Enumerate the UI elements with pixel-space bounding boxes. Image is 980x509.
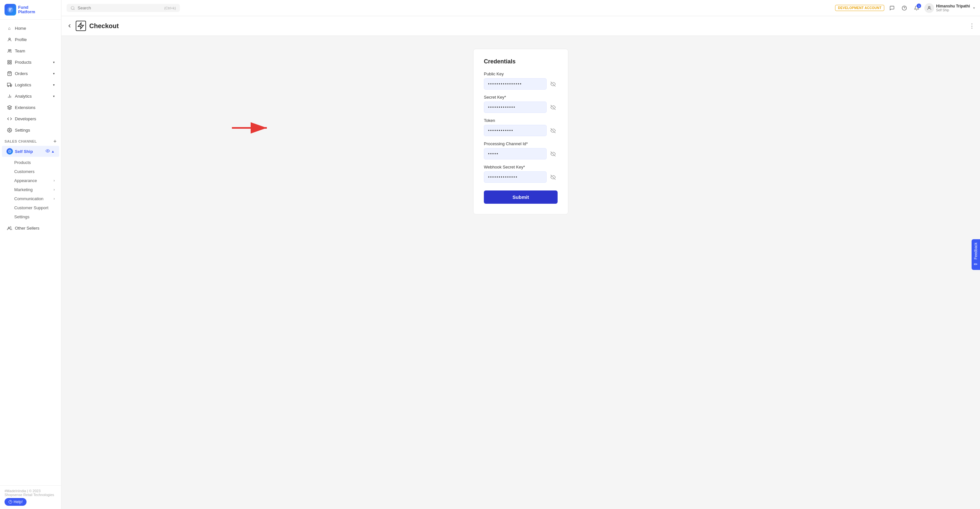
- feedback-tab[interactable]: Feedback ✏: [972, 239, 980, 270]
- processing-channel-id-field: Processing Channel Id*: [484, 141, 558, 159]
- sales-channel-section: Sales Channel +: [0, 136, 61, 146]
- self-ship-icon: [6, 148, 13, 154]
- svg-rect-5: [10, 60, 11, 62]
- svg-rect-7: [10, 62, 11, 64]
- products-icon: [6, 59, 12, 65]
- main-nav: ⌂ Home Profile Team Products ▾ O: [0, 20, 61, 485]
- user-avatar: [924, 3, 934, 13]
- subnav-customer-support[interactable]: Customer Support: [2, 204, 59, 212]
- other-sellers-icon: [6, 225, 12, 231]
- subnav-marketing[interactable]: Marketing ›: [2, 185, 59, 194]
- secret-key-eye-button[interactable]: [549, 103, 558, 112]
- page-title: Checkout: [89, 22, 119, 30]
- user-details: Himanshu Tripathi Self Ship: [936, 4, 970, 12]
- notification-icon-button[interactable]: 1: [912, 3, 921, 13]
- help-button[interactable]: Help!: [5, 498, 27, 506]
- nav-orders[interactable]: Orders ▾: [2, 68, 59, 79]
- page-header: Checkout ⋮: [62, 16, 980, 36]
- topbar: (Ctrl+k) DEVELOPMENT ACCOUNT 1 Himanshu …: [62, 0, 980, 16]
- subnav-customers[interactable]: Customers: [2, 167, 59, 176]
- processing-channel-id-eye-button[interactable]: [549, 150, 558, 159]
- logistics-icon: [6, 82, 12, 87]
- svg-point-11: [10, 86, 11, 87]
- self-ship-chevron-up-icon[interactable]: ▲: [51, 150, 55, 153]
- nav-analytics[interactable]: Analytics ▾: [2, 91, 59, 102]
- analytics-chevron: ▾: [53, 94, 55, 98]
- logo-icon: [5, 4, 16, 16]
- token-label: Token: [484, 118, 558, 123]
- back-button[interactable]: [67, 23, 72, 29]
- webhook-secret-key-label: Webhook Secret Key*: [484, 165, 558, 169]
- token-field: Token: [484, 118, 558, 136]
- public-key-eye-button[interactable]: [549, 80, 558, 89]
- orders-chevron: ▾: [53, 72, 55, 75]
- self-ship-subnav: Products Customers Appearance › Marketin…: [0, 157, 61, 222]
- secret-key-input[interactable]: [484, 102, 547, 113]
- more-options-button[interactable]: ⋮: [969, 22, 975, 29]
- svg-point-2: [8, 49, 10, 51]
- self-ship-eye-icon[interactable]: [46, 149, 50, 154]
- extensions-icon: [6, 105, 12, 110]
- nav-extensions[interactable]: Extensions: [2, 102, 59, 113]
- search-box[interactable]: (Ctrl+k): [67, 4, 180, 12]
- chat-icon-button[interactable]: [888, 3, 897, 13]
- svg-point-24: [929, 6, 930, 8]
- products-chevron: ▾: [53, 60, 55, 64]
- search-input[interactable]: [78, 5, 162, 10]
- communication-chevron-icon: ›: [54, 197, 55, 200]
- sidebar: Fund Platform ⌂ Home Profile Team Produc…: [0, 0, 62, 509]
- topbar-right: DEVELOPMENT ACCOUNT 1 Himanshu Tripathi …: [835, 3, 975, 13]
- logo-subtext: Platform: [18, 10, 35, 14]
- svg-point-15: [9, 129, 10, 130]
- subnav-appearance[interactable]: Appearance ›: [2, 176, 59, 185]
- token-eye-button[interactable]: [549, 126, 558, 135]
- logo[interactable]: Fund Platform: [0, 0, 61, 20]
- nav-team[interactable]: Team: [2, 45, 59, 56]
- nav-products[interactable]: Products ▾: [2, 57, 59, 68]
- submit-button[interactable]: Submit: [484, 191, 558, 204]
- logo-text: Fund: [18, 5, 35, 10]
- add-sales-channel-button[interactable]: +: [53, 138, 57, 144]
- self-ship-actions: ▲: [46, 149, 55, 154]
- self-ship-item[interactable]: Self Ship ▲: [2, 146, 59, 157]
- subnav-products[interactable]: Products: [2, 158, 59, 167]
- team-icon: [6, 48, 12, 54]
- user-info[interactable]: Himanshu Tripathi Self Ship ▾: [924, 3, 975, 13]
- nav-home[interactable]: ⌂ Home: [2, 23, 59, 33]
- webhook-secret-key-eye-button[interactable]: [549, 173, 558, 182]
- page-content: Checkout ⋮ Credentials: [62, 16, 980, 509]
- red-arrow: [232, 122, 271, 135]
- processing-channel-id-label: Processing Channel Id*: [484, 141, 558, 146]
- token-input[interactable]: [484, 125, 547, 136]
- processing-channel-id-input[interactable]: [484, 148, 547, 159]
- svg-point-1: [9, 38, 10, 40]
- logistics-chevron: ▾: [53, 83, 55, 87]
- secret-key-label: Secret Key*: [484, 95, 558, 100]
- credentials-card: Credentials Public Key Secret Key*: [473, 49, 568, 215]
- main-content: (Ctrl+k) DEVELOPMENT ACCOUNT 1 Himanshu …: [62, 0, 980, 509]
- checkout-icon: [76, 21, 86, 31]
- orders-icon: [6, 70, 12, 76]
- subnav-settings[interactable]: Settings: [2, 212, 59, 221]
- help-icon-button[interactable]: [900, 3, 909, 13]
- dev-account-badge: DEVELOPMENT ACCOUNT: [835, 5, 884, 11]
- appearance-chevron-icon: ›: [54, 179, 55, 182]
- nav-settings[interactable]: Settings: [2, 124, 59, 135]
- feedback-edit-icon: ✏: [974, 261, 978, 266]
- nav-developers[interactable]: Developers: [2, 113, 59, 124]
- nav-other-sellers[interactable]: Other Sellers: [2, 223, 59, 234]
- search-icon: [70, 6, 75, 10]
- svg-rect-4: [8, 60, 9, 62]
- public-key-input[interactable]: [484, 78, 547, 89]
- webhook-secret-key-input[interactable]: [484, 172, 547, 183]
- webhook-secret-key-field: Webhook Secret Key*: [484, 165, 558, 183]
- nav-logistics[interactable]: Logistics ▾: [2, 79, 59, 90]
- nav-profile[interactable]: Profile: [2, 34, 59, 45]
- analytics-icon: [6, 93, 12, 99]
- svg-rect-6: [8, 62, 9, 64]
- user-chevron-icon: ▾: [973, 6, 975, 10]
- svg-point-21: [71, 6, 74, 9]
- svg-point-18: [8, 227, 10, 228]
- subnav-communication[interactable]: Communication ›: [2, 194, 59, 203]
- secret-key-field: Secret Key*: [484, 95, 558, 113]
